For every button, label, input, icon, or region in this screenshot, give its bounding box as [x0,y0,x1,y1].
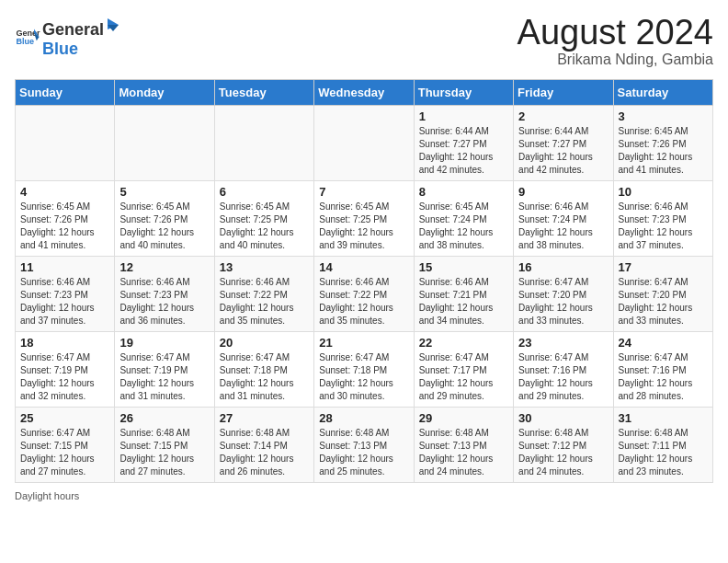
week-row-4: 18Sunrise: 6:47 AM Sunset: 7:19 PM Dayli… [16,332,713,408]
day-info: Sunrise: 6:48 AM Sunset: 7:12 PM Dayligh… [518,427,608,478]
calendar-cell [16,106,115,181]
day-info: Sunrise: 6:45 AM Sunset: 7:26 PM Dayligh… [619,125,708,177]
header-row: SundayMondayTuesdayWednesdayThursdayFrid… [16,80,713,106]
day-number: 1 [419,109,508,123]
calendar-cell: 8Sunrise: 6:45 AM Sunset: 7:24 PM Daylig… [414,181,513,257]
day-number: 14 [319,260,408,274]
calendar-cell: 6Sunrise: 6:45 AM Sunset: 7:25 PM Daylig… [214,181,313,257]
calendar-cell: 20Sunrise: 6:47 AM Sunset: 7:18 PM Dayli… [214,332,313,408]
day-info: Sunrise: 6:46 AM Sunset: 7:24 PM Dayligh… [518,201,608,252]
calendar-cell: 1Sunrise: 6:44 AM Sunset: 7:27 PM Daylig… [414,106,513,181]
calendar-cell: 24Sunrise: 6:47 AM Sunset: 7:16 PM Dayli… [613,332,712,408]
day-header-thursday: Thursday [414,80,513,106]
day-info: Sunrise: 6:46 AM Sunset: 7:23 PM Dayligh… [619,201,708,252]
calendar-cell: 11Sunrise: 6:46 AM Sunset: 7:23 PM Dayli… [16,257,115,332]
day-info: Sunrise: 6:45 AM Sunset: 7:25 PM Dayligh… [319,201,408,252]
day-info: Sunrise: 6:46 AM Sunset: 7:23 PM Dayligh… [20,276,109,327]
calendar-table: SundayMondayTuesdayWednesdayThursdayFrid… [15,79,713,483]
day-info: Sunrise: 6:47 AM Sunset: 7:15 PM Dayligh… [20,427,109,478]
day-info: Sunrise: 6:48 AM Sunset: 7:13 PM Dayligh… [419,427,508,478]
day-info: Sunrise: 6:45 AM Sunset: 7:24 PM Dayligh… [419,201,508,252]
day-info: Sunrise: 6:45 AM Sunset: 7:26 PM Dayligh… [20,201,109,252]
calendar-cell: 22Sunrise: 6:47 AM Sunset: 7:17 PM Dayli… [414,332,513,408]
logo-arrow-icon [104,15,122,35]
day-number: 11 [20,260,109,274]
day-info: Sunrise: 6:44 AM Sunset: 7:27 PM Dayligh… [419,125,508,177]
calendar-cell: 13Sunrise: 6:46 AM Sunset: 7:22 PM Dayli… [214,257,313,332]
week-row-3: 11Sunrise: 6:46 AM Sunset: 7:23 PM Dayli… [16,257,713,332]
day-number: 4 [20,185,109,199]
calendar-cell: 25Sunrise: 6:47 AM Sunset: 7:15 PM Dayli… [16,408,115,483]
day-number: 16 [518,260,608,274]
day-info: Sunrise: 6:46 AM Sunset: 7:23 PM Dayligh… [119,276,209,327]
day-number: 31 [619,411,708,425]
day-number: 5 [119,185,209,199]
calendar-cell: 9Sunrise: 6:46 AM Sunset: 7:24 PM Daylig… [514,181,613,257]
week-row-5: 25Sunrise: 6:47 AM Sunset: 7:15 PM Dayli… [16,408,713,483]
main-title: August 2024 [518,15,713,50]
day-info: Sunrise: 6:47 AM Sunset: 7:20 PM Dayligh… [619,276,708,327]
day-number: 23 [518,336,608,350]
day-info: Sunrise: 6:45 AM Sunset: 7:26 PM Dayligh… [119,201,209,252]
day-info: Sunrise: 6:47 AM Sunset: 7:19 PM Dayligh… [20,351,109,403]
day-number: 8 [419,185,508,199]
day-number: 10 [619,185,708,199]
calendar-cell: 18Sunrise: 6:47 AM Sunset: 7:19 PM Dayli… [16,332,115,408]
calendar-cell: 14Sunrise: 6:46 AM Sunset: 7:22 PM Dayli… [314,257,414,332]
week-row-2: 4Sunrise: 6:45 AM Sunset: 7:26 PM Daylig… [16,181,713,257]
day-info: Sunrise: 6:47 AM Sunset: 7:20 PM Dayligh… [518,276,608,327]
calendar-cell: 10Sunrise: 6:46 AM Sunset: 7:23 PM Dayli… [613,181,712,257]
day-info: Sunrise: 6:45 AM Sunset: 7:25 PM Dayligh… [220,201,309,252]
day-info: Sunrise: 6:47 AM Sunset: 7:19 PM Dayligh… [119,351,209,403]
day-number: 12 [119,260,209,274]
calendar-cell: 3Sunrise: 6:45 AM Sunset: 7:26 PM Daylig… [613,106,712,181]
day-header-monday: Monday [115,80,214,106]
day-number: 9 [518,185,608,199]
calendar-cell: 28Sunrise: 6:48 AM Sunset: 7:13 PM Dayli… [314,408,414,483]
day-number: 3 [619,109,708,123]
calendar-cell: 19Sunrise: 6:47 AM Sunset: 7:19 PM Dayli… [115,332,214,408]
calendar-cell: 29Sunrise: 6:48 AM Sunset: 7:13 PM Dayli… [414,408,513,483]
calendar-cell: 26Sunrise: 6:48 AM Sunset: 7:15 PM Dayli… [115,408,214,483]
day-header-sunday: Sunday [16,80,115,106]
day-info: Sunrise: 6:46 AM Sunset: 7:22 PM Dayligh… [319,276,408,327]
day-number: 26 [119,411,209,425]
day-number: 22 [419,336,508,350]
day-number: 24 [619,336,708,350]
day-header-saturday: Saturday [613,80,712,106]
day-number: 6 [220,185,309,199]
calendar-cell [214,106,313,181]
day-header-wednesday: Wednesday [314,80,414,106]
day-number: 27 [220,411,309,425]
day-number: 15 [419,260,508,274]
calendar-cell: 16Sunrise: 6:47 AM Sunset: 7:20 PM Dayli… [514,257,613,332]
svg-text:Blue: Blue [16,37,34,46]
calendar-cell [314,106,414,181]
title-area: August 2024 Brikama Nding, Gambia [518,15,713,68]
day-header-tuesday: Tuesday [214,80,313,106]
calendar-cell [115,106,214,181]
day-info: Sunrise: 6:48 AM Sunset: 7:11 PM Dayligh… [619,427,708,478]
calendar-cell: 27Sunrise: 6:48 AM Sunset: 7:14 PM Dayli… [214,408,313,483]
calendar-cell: 7Sunrise: 6:45 AM Sunset: 7:25 PM Daylig… [314,181,414,257]
calendar-cell: 30Sunrise: 6:48 AM Sunset: 7:12 PM Dayli… [514,408,613,483]
footer-label: Daylight hours [15,490,79,501]
calendar-cell: 23Sunrise: 6:47 AM Sunset: 7:16 PM Dayli… [514,332,613,408]
day-number: 30 [518,411,608,425]
day-info: Sunrise: 6:46 AM Sunset: 7:22 PM Dayligh… [220,276,309,327]
day-info: Sunrise: 6:48 AM Sunset: 7:14 PM Dayligh… [220,427,309,478]
day-number: 7 [319,185,408,199]
calendar-cell: 12Sunrise: 6:46 AM Sunset: 7:23 PM Dayli… [115,257,214,332]
week-row-1: 1Sunrise: 6:44 AM Sunset: 7:27 PM Daylig… [16,106,713,181]
day-number: 21 [319,336,408,350]
day-info: Sunrise: 6:47 AM Sunset: 7:16 PM Dayligh… [619,351,708,403]
logo: General Blue General Blue [15,15,122,59]
logo-text-blue: Blue [42,40,78,58]
calendar-cell: 17Sunrise: 6:47 AM Sunset: 7:20 PM Dayli… [613,257,712,332]
calendar-cell: 31Sunrise: 6:48 AM Sunset: 7:11 PM Dayli… [613,408,712,483]
subtitle: Brikama Nding, Gambia [518,52,713,68]
day-number: 17 [619,260,708,274]
day-number: 18 [20,336,109,350]
day-info: Sunrise: 6:47 AM Sunset: 7:16 PM Dayligh… [518,351,608,403]
day-number: 29 [419,411,508,425]
